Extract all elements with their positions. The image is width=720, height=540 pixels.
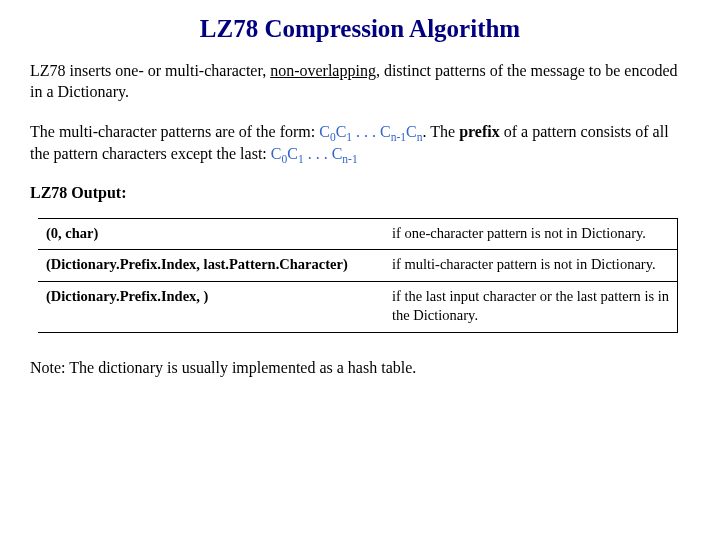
row3-right: if the last input character or the last … [384,281,678,332]
paragraph-1: LZ78 inserts one- or multi-character, no… [30,60,690,103]
cn1: C [380,123,391,140]
c0: C [319,123,330,140]
dots: . . . [352,123,380,140]
p1-text-a: LZ78 inserts one- or multi-character, [30,62,270,79]
subn1b: n-1 [342,153,357,165]
row1-left: (0, char) [38,218,384,250]
output-table: (0, char) if one-character pattern is no… [38,218,678,333]
paragraph-2: The multi-character patterns are of the … [30,121,690,164]
slide-body: LZ78 Compression Algorithm LZ78 inserts … [0,0,720,415]
output-label: LZ78 Output: [30,182,690,204]
c1b: C [287,145,298,162]
table-row: (Dictionary.Prefix.Index, ) if the last … [38,281,678,332]
note: Note: The dictionary is usually implemen… [30,357,690,379]
table-row: (Dictionary.Prefix.Index, last.Pattern.C… [38,250,678,282]
c0b: C [271,145,282,162]
p1-underline: non-overlapping [270,62,376,79]
table-row: (0, char) if one-character pattern is no… [38,218,678,250]
p2-prefix: prefix [459,123,500,140]
row1-right: if one-character pattern is not in Dicti… [384,218,678,250]
row3-left: (Dictionary.Prefix.Index, ) [38,281,384,332]
p2-text-a: The multi-character patterns are of the … [30,123,319,140]
pattern-form: C0C1 . . . Cn-1Cn [319,123,422,140]
row2-right: if multi-character pattern is not in Dic… [384,250,678,282]
dots2: . . . [304,145,332,162]
c1: C [336,123,347,140]
slide-title: LZ78 Compression Algorithm [30,12,690,46]
subn1: n-1 [391,131,406,143]
cn: C [406,123,417,140]
p2-the: The [430,123,459,140]
cn1b: C [332,145,343,162]
prefix-form: C0C1 . . . Cn-1 [271,145,358,162]
row2-left: (Dictionary.Prefix.Index, last.Pattern.C… [38,250,384,282]
